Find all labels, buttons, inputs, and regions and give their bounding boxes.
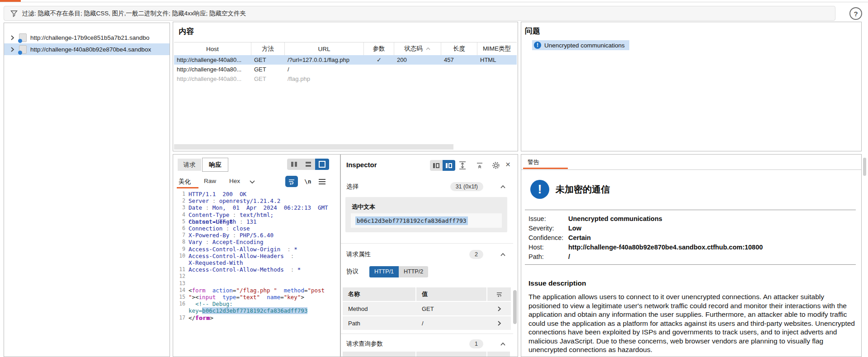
protocol-http2-button[interactable]: HTTP/2 — [399, 266, 428, 277]
column-header-status[interactable]: 状态码 — [394, 42, 441, 55]
line-number: 2 — [174, 197, 189, 204]
advisory-scrollbar-thumb[interactable] — [863, 158, 866, 176]
protocol-http1-button[interactable]: HTTP/1 — [369, 266, 399, 277]
filter-bar[interactable]: 过滤: 隐藏不存在条目; 隐藏CSS, 图片,一般二进制文件; 隐藏4xx响应;… — [4, 6, 835, 21]
tab-request[interactable]: 请求 — [178, 159, 201, 171]
table-row[interactable]: http://challenge-f40a80...GET/ — [174, 65, 517, 74]
attr-column-value: 值 — [416, 287, 487, 301]
code-segment — [189, 301, 195, 307]
cell-host: http://challenge-f40a80... — [174, 74, 251, 84]
code-segment: X-Powered-By — [189, 232, 229, 239]
layout-maximize-button[interactable] — [315, 159, 329, 170]
hscrollbar-thumb[interactable] — [174, 144, 453, 150]
view-tab-hex[interactable]: Hex — [229, 178, 240, 184]
code-segment: "text" — [240, 294, 260, 301]
help-icon[interactable]: ? — [849, 7, 862, 20]
code-segment: HTTP/1.1 200 OK — [189, 191, 246, 197]
code-segment: input — [199, 294, 216, 301]
tab-response[interactable]: 响应 — [202, 158, 228, 172]
code-line: 12 — [174, 273, 340, 280]
attribute-row[interactable]: Path/ — [343, 316, 511, 330]
code-segment: : — [236, 218, 246, 225]
request-attributes-section-header[interactable]: 请求属性 2 — [341, 249, 513, 260]
contents-hscrollbar[interactable] — [174, 144, 517, 150]
code-segment: key= — [189, 307, 202, 314]
code-segment — [216, 294, 222, 301]
code-line: 7X-Powered-By : PHP/5.6.40 — [174, 232, 340, 239]
collapse-all-icon[interactable] — [475, 160, 485, 170]
word-wrap-button[interactable] — [285, 176, 298, 187]
cell-status: 200 — [394, 55, 441, 65]
code-text — [189, 273, 192, 280]
inspector-dock-right-button[interactable] — [443, 160, 455, 171]
protocol-label: 协议 — [346, 268, 359, 276]
view-tab-pretty[interactable]: 美化 — [179, 178, 191, 186]
column-header-method[interactable]: 方法 — [251, 42, 285, 55]
view-tab-raw[interactable]: Raw — [204, 178, 216, 184]
selection-label: 选择 — [346, 183, 359, 191]
code-segment: form — [192, 287, 206, 294]
advisory-header-divider — [521, 169, 862, 170]
attribute-row[interactable]: MethodGET — [343, 302, 511, 315]
editor-menu-button[interactable] — [319, 179, 326, 184]
row-expand-icon[interactable] — [487, 302, 511, 315]
tab-advisory[interactable]: 警告 — [528, 158, 539, 166]
view-dropdown-icon[interactable] — [249, 180, 255, 184]
table-row[interactable]: http://challenge-f40a80...GET/flag.php — [174, 74, 517, 84]
selected-text-field[interactable]: b06c12d3ebf7718192cfa836adff793 — [351, 213, 502, 228]
line-number: 3 — [174, 204, 189, 211]
pretty-tab-underline — [177, 187, 198, 188]
code-segment: "key" — [284, 294, 301, 301]
code-segment: = — [236, 294, 240, 301]
contents-table-header: Host 方法 URL 参数 状态码 长度 MIME类型 — [174, 42, 517, 56]
attributes-table-header: 名称 值 — [343, 287, 511, 301]
layout-columns-button[interactable] — [287, 159, 301, 170]
issue-item[interactable]: !Unencrypted communications — [532, 40, 629, 50]
show-newlines-button[interactable]: \n — [304, 178, 311, 185]
expand-all-icon[interactable] — [458, 160, 467, 170]
attr-column-wrap[interactable] — [487, 287, 511, 301]
column-header-host[interactable]: Host — [174, 42, 251, 55]
code-line: X-Requested-With — [174, 259, 340, 266]
response-body[interactable]: 1HTTP/1.1 200 OK2Server : openresty/1.21… — [174, 191, 340, 357]
chevron-right-icon[interactable] — [10, 47, 14, 52]
collapse-section-icon[interactable] — [500, 253, 506, 257]
code-line: 16 <!-- Debug: — [174, 301, 340, 307]
column-header-mime[interactable]: MIME类型 — [477, 42, 516, 55]
collapse-section-icon[interactable] — [500, 185, 506, 189]
code-text: Content-Type : text/html; — [189, 211, 274, 218]
collapse-section-icon[interactable] — [500, 342, 506, 346]
gear-icon[interactable] — [491, 160, 501, 170]
maximize-layout-icon — [319, 161, 326, 168]
column-header-length[interactable]: 长度 — [441, 42, 477, 55]
close-icon[interactable]: × — [505, 160, 510, 169]
code-text: Access-Control-Allow-Headers : — [189, 253, 294, 259]
code-text: </form> — [189, 315, 213, 321]
column-header-url[interactable]: URL — [285, 42, 364, 55]
code-segment: : — [229, 232, 240, 239]
burp-suite-window: 过滤: 隐藏不存在条目; 隐藏CSS, 图片,一般二进制文件; 隐藏4xx响应;… — [0, 0, 868, 357]
row-expand-icon[interactable] — [487, 316, 511, 330]
site-node-icon — [19, 45, 27, 54]
code-segment: Accept-Encoding — [212, 239, 264, 245]
cell-status — [394, 65, 441, 74]
line-number: 16 — [174, 301, 189, 307]
sitemap-item[interactable]: http://challenge-17b9ce851b5a7b21.sandbo — [4, 32, 170, 43]
query-params-section-header[interactable]: 请求查询参数 1 — [341, 338, 513, 350]
line-number: 11 — [174, 266, 189, 273]
section-divider — [341, 243, 513, 244]
chevron-right-icon[interactable] — [10, 35, 14, 41]
sitemap-item[interactable]: http://challenge-f40a80b92e870be4.sandbo… — [4, 43, 170, 55]
line-number: 13 — [174, 280, 189, 287]
site-node-icon — [19, 33, 27, 42]
inspector-dock-left-button[interactable] — [430, 160, 443, 171]
selection-section-header[interactable]: 选择 31 (0x1f) — [341, 181, 513, 193]
code-text: Vary : Accept-Encoding — [189, 239, 264, 245]
table-row[interactable]: http://challenge-f40a80...GET/?url=127.0… — [174, 55, 517, 65]
line-number: 4 — [174, 211, 189, 218]
layout-rows-button[interactable] — [301, 159, 315, 170]
code-line: 17</form> — [174, 315, 340, 321]
code-segment: : — [202, 204, 212, 211]
column-header-params[interactable]: 参数 — [364, 42, 394, 55]
inspector-scrollbar-thumb[interactable] — [513, 290, 517, 324]
